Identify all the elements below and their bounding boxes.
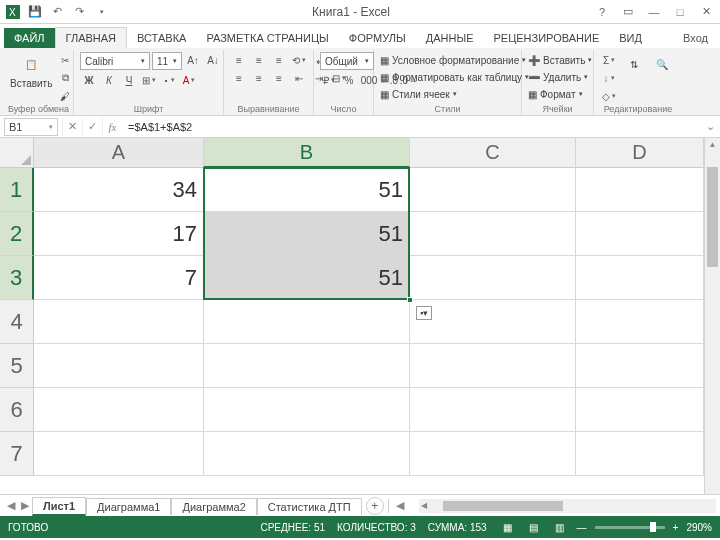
new-sheet-button[interactable]: + <box>366 497 384 515</box>
delete-cells-button[interactable]: ➖Удалить▾ <box>528 69 588 85</box>
redo-icon[interactable]: ↷ <box>70 3 88 21</box>
tab-data[interactable]: ДАННЫЕ <box>416 28 484 48</box>
border-icon[interactable]: ⊞ <box>140 72 158 88</box>
cell-b3[interactable]: 51 <box>204 256 410 300</box>
tab-view[interactable]: ВИД <box>609 28 652 48</box>
number-format-dropdown[interactable]: Общий▾ <box>320 52 374 70</box>
italic-button[interactable]: К <box>100 72 118 88</box>
help-icon[interactable]: ? <box>592 3 612 21</box>
col-header-d[interactable]: D <box>576 138 704 168</box>
copy-icon[interactable]: ⧉ <box>56 70 74 86</box>
font-size-dropdown[interactable]: 11▾ <box>152 52 182 70</box>
increase-font-icon[interactable]: A↑ <box>184 52 202 68</box>
cell-styles-button[interactable]: ▦Стили ячеек▾ <box>380 86 457 102</box>
cut-icon[interactable]: ✂ <box>56 52 74 68</box>
page-break-view-icon[interactable]: ▥ <box>551 519 569 535</box>
formula-input[interactable]: =$A$1+$A$2 <box>122 121 700 133</box>
fill-handle[interactable] <box>407 297 413 303</box>
clear-icon[interactable]: ◇ <box>600 88 618 104</box>
format-as-table-button[interactable]: ▦Форматировать как таблицу▾ <box>380 69 529 85</box>
align-right-icon[interactable]: ≡ <box>270 70 288 86</box>
align-left-icon[interactable]: ≡ <box>230 70 248 86</box>
qat-customize-icon[interactable] <box>92 3 110 21</box>
sheet-tab-2[interactable]: Диаграмма1 <box>86 498 171 515</box>
name-box[interactable]: B1▾ <box>4 118 58 136</box>
cell-c6[interactable] <box>410 388 576 432</box>
cell-a1[interactable]: 34 <box>34 168 204 212</box>
cell-b5[interactable] <box>204 344 410 388</box>
decrease-indent-icon[interactable]: ⇤ <box>290 70 308 86</box>
autofill-options-button[interactable]: ▪▾ <box>416 306 432 320</box>
cell-d3[interactable] <box>576 256 704 300</box>
ribbon-options-icon[interactable]: ▭ <box>618 3 638 21</box>
vscroll-thumb[interactable] <box>707 167 718 267</box>
tab-file[interactable]: ФАЙЛ <box>4 28 55 48</box>
save-icon[interactable]: 💾 <box>26 3 44 21</box>
cell-d7[interactable] <box>576 432 704 476</box>
minimize-icon[interactable]: — <box>644 3 664 21</box>
cell-c5[interactable] <box>410 344 576 388</box>
align-center-icon[interactable]: ≡ <box>250 70 268 86</box>
font-color-icon[interactable]: A <box>180 72 198 88</box>
scroll-up-icon[interactable]: ▲ <box>705 138 720 149</box>
orientation-icon[interactable]: ⟲ <box>290 52 308 68</box>
bold-button[interactable]: Ж <box>80 72 98 88</box>
format-painter-icon[interactable]: 🖌 <box>56 88 74 104</box>
tab-nav-prev-icon[interactable]: ◀ <box>4 499 18 512</box>
cell-c7[interactable] <box>410 432 576 476</box>
select-all-corner[interactable] <box>0 138 34 168</box>
tab-home[interactable]: ГЛАВНАЯ <box>55 27 127 48</box>
align-bottom-icon[interactable]: ≡ <box>270 52 288 68</box>
col-header-b[interactable]: B <box>204 138 410 168</box>
tab-review[interactable]: РЕЦЕНЗИРОВАНИЕ <box>483 28 609 48</box>
hscroll-thumb[interactable] <box>443 501 563 511</box>
sheet-tab-3[interactable]: Диаграмма2 <box>171 498 256 515</box>
zoom-in-button[interactable]: + <box>673 522 679 533</box>
insert-cells-button[interactable]: ➕Вставить▾ <box>528 52 592 68</box>
cell-a7[interactable] <box>34 432 204 476</box>
tab-formulas[interactable]: ФОРМУЛЫ <box>339 28 416 48</box>
maximize-icon[interactable]: □ <box>670 3 690 21</box>
cancel-formula-icon[interactable]: ✕ <box>62 118 82 136</box>
row-header-7[interactable]: 7 <box>0 432 34 476</box>
insert-function-icon[interactable]: fx <box>102 118 122 136</box>
row-header-2[interactable]: 2 <box>0 212 34 256</box>
cell-a4[interactable] <box>34 300 204 344</box>
currency-icon[interactable]: ₽ <box>320 72 338 88</box>
col-header-c[interactable]: C <box>410 138 576 168</box>
cell-d2[interactable] <box>576 212 704 256</box>
expand-formula-bar-icon[interactable]: ⌄ <box>700 120 720 133</box>
align-middle-icon[interactable]: ≡ <box>250 52 268 68</box>
tab-nav-first-icon[interactable]: ◀ <box>393 499 407 512</box>
normal-view-icon[interactable]: ▦ <box>499 519 517 535</box>
cell-b1[interactable]: 51 <box>204 168 410 212</box>
decrease-font-icon[interactable]: A↓ <box>204 52 222 68</box>
cell-a2[interactable]: 17 <box>34 212 204 256</box>
cell-a6[interactable] <box>34 388 204 432</box>
fill-icon[interactable]: ↓ <box>600 70 618 86</box>
undo-icon[interactable]: ↶ <box>48 3 66 21</box>
enter-formula-icon[interactable]: ✓ <box>82 118 102 136</box>
row-header-6[interactable]: 6 <box>0 388 34 432</box>
zoom-level[interactable]: 290% <box>686 522 712 533</box>
cell-b4[interactable] <box>204 300 410 344</box>
find-select-button[interactable]: 🔍 <box>650 52 674 76</box>
cell-c2[interactable] <box>410 212 576 256</box>
signin-link[interactable]: Вход <box>675 28 716 48</box>
close-icon[interactable]: ✕ <box>696 3 716 21</box>
cell-b2[interactable]: 51 <box>204 212 410 256</box>
cell-c3[interactable] <box>410 256 576 300</box>
cell-d6[interactable] <box>576 388 704 432</box>
scroll-left-icon[interactable]: ◀ <box>421 501 427 510</box>
cell-a3[interactable]: 7 <box>34 256 204 300</box>
tab-nav-next-icon[interactable]: ▶ <box>18 499 32 512</box>
col-header-a[interactable]: A <box>34 138 204 168</box>
percent-icon[interactable]: % <box>340 72 358 88</box>
font-name-dropdown[interactable]: Calibri▾ <box>80 52 150 70</box>
row-header-3[interactable]: 3 <box>0 256 34 300</box>
row-header-5[interactable]: 5 <box>0 344 34 388</box>
cell-d4[interactable] <box>576 300 704 344</box>
fill-color-icon[interactable]: 🞍 <box>160 72 178 88</box>
row-header-1[interactable]: 1 <box>0 168 34 212</box>
autosum-icon[interactable]: Σ <box>600 52 618 68</box>
